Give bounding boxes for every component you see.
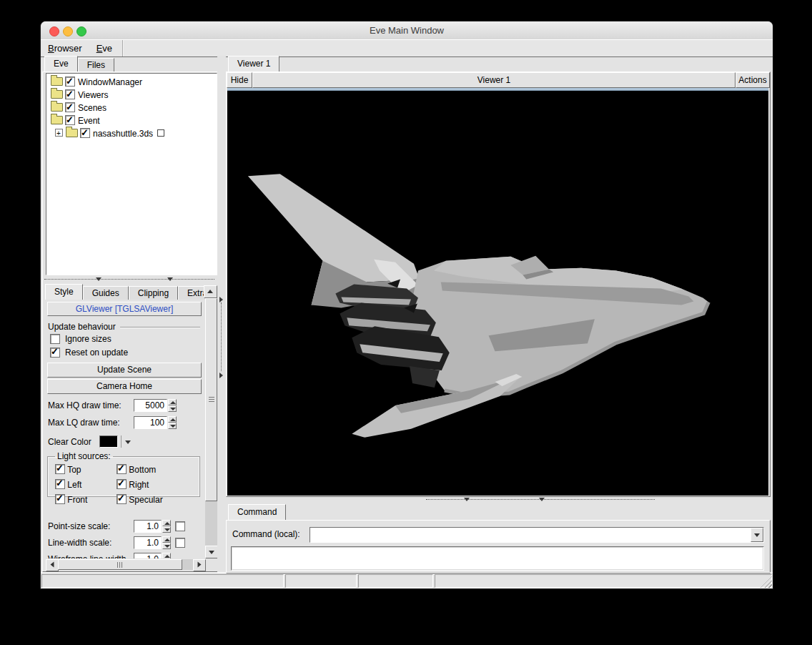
tree-item-label[interactable]: Event: [78, 116, 100, 126]
tree-item-nasashuttle[interactable]: nasashuttle.3ds: [46, 127, 217, 140]
command-combobox[interactable]: [310, 527, 764, 543]
gl-viewport[interactable]: [227, 88, 768, 496]
shuttle-model: [227, 91, 768, 496]
tree-item-scenes[interactable]: Scenes: [46, 102, 217, 114]
clear-color-swatch[interactable]: [99, 435, 118, 448]
command-panel: Command (local):: [226, 520, 771, 573]
wireframe-input[interactable]: 1.0: [134, 553, 162, 558]
max-lq-input[interactable]: 100: [134, 416, 167, 429]
viewer-title: Viewer 1: [252, 72, 736, 88]
combo-dropdown-button[interactable]: [751, 528, 763, 542]
clear-color-row: Clear Color: [48, 435, 133, 448]
checkbox-label: Top: [67, 465, 81, 475]
folder-icon: [51, 90, 63, 99]
titlebar[interactable]: Eve Main Window: [41, 21, 773, 40]
viewer-command-splitter[interactable]: [226, 496, 769, 504]
field-label: Wireframe line-width: [48, 554, 134, 558]
folder-icon: [51, 103, 63, 112]
point-size-input[interactable]: 1.0: [134, 520, 162, 533]
chevron-right-icon: [219, 373, 223, 378]
menu-browser[interactable]: Browser: [41, 41, 89, 55]
editor-tabbar: Style Guides Clipping Extras: [45, 284, 221, 300]
tree-item-label[interactable]: WindowManager: [78, 77, 142, 87]
light-right-checkbox[interactable]: [117, 479, 127, 489]
tree-item-event[interactable]: Event: [46, 114, 217, 127]
tree-checkbox[interactable]: [65, 89, 75, 99]
point-size-stepper[interactable]: [162, 520, 171, 533]
command-tabbar: Command: [228, 504, 286, 520]
scroll-right-button[interactable]: [193, 559, 206, 571]
style-editor: GLViewer [TGLSAViewer] Update behaviour …: [46, 300, 204, 558]
tab-files[interactable]: Files: [78, 58, 114, 72]
editor-horizontal-scrollbar[interactable]: [46, 559, 206, 570]
checkbox-label: Reset on update: [65, 348, 128, 358]
expander-plus-icon[interactable]: [55, 129, 63, 137]
reset-on-update-checkbox[interactable]: [50, 348, 60, 358]
light-left-checkbox[interactable]: [55, 479, 65, 489]
tab-clipping[interactable]: Clipping: [129, 286, 178, 300]
line-width-input[interactable]: 1.0: [134, 536, 162, 549]
light-bottom-checkbox[interactable]: [117, 464, 127, 474]
clear-color-dropdown[interactable]: [121, 435, 133, 448]
folder-icon: [51, 77, 63, 86]
light-top-checkbox[interactable]: [55, 464, 65, 474]
line-width-stepper[interactable]: [162, 536, 171, 549]
tree-item-label[interactable]: nasashuttle.3ds: [93, 129, 153, 139]
tree-checkbox[interactable]: [65, 102, 75, 112]
max-lq-stepper[interactable]: [168, 416, 177, 429]
panel-splitter[interactable]: [217, 56, 226, 572]
checkbox-label: Ignore sizes: [65, 334, 112, 344]
hide-button[interactable]: Hide: [227, 72, 252, 88]
chevron-down-icon: [96, 277, 102, 281]
light-front-checkbox[interactable]: [55, 494, 65, 504]
tree-checkbox[interactable]: [80, 128, 90, 138]
tab-viewer-1[interactable]: Viewer 1: [228, 56, 279, 72]
max-hq-stepper[interactable]: [168, 399, 177, 412]
viewer-frame: Hide Viewer 1 Actions: [226, 72, 771, 497]
tree-item-windowmanager[interactable]: WindowManager: [46, 76, 217, 89]
camera-home-button[interactable]: Camera Home: [47, 379, 202, 394]
eve-main-window: Eve Main Window Browser Eve Eve Files Wi…: [41, 21, 773, 589]
checkbox-label: Right: [129, 480, 149, 490]
wireframe-stepper[interactable]: [162, 553, 171, 558]
tree-checkbox[interactable]: [65, 77, 75, 87]
tree-editor-splitter[interactable]: [44, 275, 214, 284]
chevron-down-icon: [464, 498, 470, 501]
field-label: Clear Color: [48, 437, 99, 447]
editor-vertical-scrollbar[interactable]: [205, 298, 217, 558]
folder-icon: [66, 129, 78, 137]
scrollbar-thumb[interactable]: [205, 298, 217, 501]
folder-open-icon: [51, 116, 63, 124]
glviewer-button[interactable]: GLViewer [TGLSAViewer]: [47, 302, 202, 316]
left-tabbar: Eve Files: [44, 56, 114, 72]
command-input[interactable]: [310, 528, 751, 542]
line-width-row: Line-width scale: 1.0: [48, 536, 185, 549]
update-scene-button[interactable]: Update Scene: [47, 363, 202, 378]
window-title: Eve Main Window: [41, 25, 773, 36]
light-specular-checkbox[interactable]: [117, 494, 127, 504]
line-width-checkbox[interactable]: [175, 538, 185, 548]
scroll-left-button[interactable]: [46, 559, 59, 571]
tree-checkbox[interactable]: [65, 115, 75, 125]
scrollbar-thumb[interactable]: [58, 559, 182, 570]
tab-style[interactable]: Style: [45, 284, 83, 300]
checkbox-label: Bottom: [129, 465, 156, 475]
ignore-sizes-checkbox[interactable]: [50, 334, 60, 344]
light-sources-group: Light sources: Top Bottom Left Right Fro…: [47, 451, 200, 497]
tree-item-label[interactable]: Viewers: [78, 90, 108, 100]
max-lq-row: Max LQ draw time: 100: [48, 416, 177, 429]
tab-command[interactable]: Command: [228, 504, 286, 520]
tab-guides[interactable]: Guides: [83, 286, 129, 300]
scroll-up-button[interactable]: [204, 285, 217, 298]
tree-item-label[interactable]: Scenes: [78, 103, 107, 113]
tab-eve[interactable]: Eve: [44, 56, 78, 72]
scene-tree: WindowManager Viewers Scenes Event nasas…: [46, 73, 217, 275]
max-hq-input[interactable]: 5000: [134, 399, 167, 412]
rnr-state-square[interactable]: [157, 129, 164, 137]
point-size-checkbox[interactable]: [175, 521, 185, 531]
menu-eve[interactable]: Eve: [89, 41, 119, 55]
group-title: Update behaviour: [48, 322, 116, 332]
tree-item-viewers[interactable]: Viewers: [46, 89, 217, 102]
checkbox-label: Front: [67, 495, 87, 505]
actions-button[interactable]: Actions: [736, 72, 770, 88]
